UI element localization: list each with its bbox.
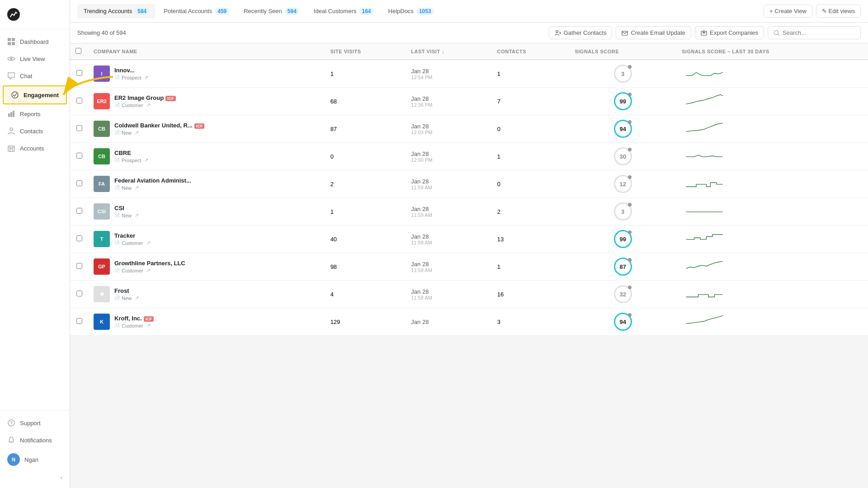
contacts-value: 1: [497, 263, 500, 270]
score-dot: [628, 175, 632, 179]
last-visit-date: Jan 28: [411, 178, 486, 185]
site-visits-value: 1: [330, 70, 334, 77]
last-visit-time: 12:54 PM: [411, 75, 486, 80]
site-visits-cell: 129: [325, 308, 406, 336]
company-name[interactable]: Frost: [114, 287, 139, 294]
company-name[interactable]: Tracker: [114, 232, 151, 239]
company-name[interactable]: Coldwell Banker United, R...ICF: [114, 122, 204, 129]
row-checkbox[interactable]: [76, 70, 82, 76]
company-name[interactable]: CBRE: [114, 150, 148, 156]
search-input[interactable]: [783, 29, 855, 36]
sidebar-item-chat[interactable]: Chat: [0, 67, 70, 84]
row-checkbox[interactable]: [76, 235, 82, 241]
row-checkbox-cell: [70, 170, 88, 198]
row-checkbox[interactable]: [76, 153, 82, 159]
sidebar-item-label: Notifications: [20, 437, 52, 444]
company-name[interactable]: Kroff, Inc.ICF: [114, 315, 154, 322]
company-name[interactable]: Growthline Partners, LLC: [114, 260, 185, 267]
company-tag[interactable]: 📄New↗: [114, 185, 139, 191]
company-tag[interactable]: 📄Customer↗: [114, 102, 151, 108]
sidebar-item-user[interactable]: N Ngan: [0, 449, 70, 470]
company-tag[interactable]: 📄Customer↗: [114, 240, 151, 246]
score-circle: 94: [614, 313, 632, 331]
svg-rect-12: [12, 147, 13, 148]
score-cell: 3: [569, 198, 676, 225]
company-logo: CSI: [94, 203, 110, 220]
row-checkbox-cell: [70, 143, 88, 170]
company-tag[interactable]: 📄New↗: [114, 130, 139, 136]
row-checkbox[interactable]: [76, 98, 82, 103]
eye-icon: [7, 55, 15, 63]
contacts-cell: 1: [492, 60, 570, 88]
row-checkbox[interactable]: [76, 208, 82, 214]
table-row: ❄ Frost 📄New↗ 4 Jan 28 11:58 AM 16: [70, 281, 868, 308]
sidebar-item-engagement[interactable]: Engagement: [3, 85, 67, 104]
row-checkbox[interactable]: [76, 125, 82, 131]
company-name[interactable]: ER2 Image GroupICF: [114, 94, 176, 101]
company-info: Federal Aviation Administ... 📄New↗: [114, 177, 191, 191]
score-cell: 99: [569, 88, 676, 115]
create-email-update-button[interactable]: Create Email Update: [616, 26, 691, 39]
company-logo: GP: [94, 258, 110, 275]
sidebar-item-live-view[interactable]: Live View: [0, 50, 70, 67]
last-visit-date: Jan 28: [411, 288, 486, 295]
company-name-cell: CSI CSI 📄New↗: [88, 198, 325, 225]
company-tag[interactable]: 📄Prospect↗: [114, 75, 148, 80]
company-tag[interactable]: 📄New↗: [114, 212, 139, 218]
company-name[interactable]: CSI: [114, 205, 139, 211]
chat-icon: [7, 72, 15, 80]
col-contacts[interactable]: CONTACTS: [492, 43, 570, 60]
table-row: FA Federal Aviation Administ... 📄New↗ 2 …: [70, 170, 868, 198]
row-checkbox[interactable]: [76, 263, 82, 269]
tab-ideal-customers[interactable]: Ideal Customers 164: [307, 4, 380, 19]
company-logo: CB: [94, 121, 110, 137]
company-tag[interactable]: 📄Prospect↗: [114, 157, 148, 163]
last-visit-time: 12:36 PM: [411, 102, 486, 108]
last-visit-cell: Jan 28 11:59 AM: [406, 198, 491, 225]
logo-area: [0, 0, 70, 29]
row-checkbox[interactable]: [76, 318, 82, 324]
col-last-visit[interactable]: LAST VISIT ↓: [406, 43, 491, 60]
col-signals-score-30[interactable]: SIGNALS SCORE – LAST 30 DAYS: [676, 43, 868, 60]
site-visits-value: 68: [330, 98, 337, 105]
create-view-button[interactable]: + Create View: [764, 5, 812, 18]
sidebar-item-dashboard[interactable]: Dashboard: [0, 33, 70, 50]
sidebar-item-reports[interactable]: Reports: [0, 105, 70, 122]
select-all-checkbox[interactable]: [75, 48, 81, 54]
tab-trending-accounts[interactable]: Trending Accounts 584: [77, 4, 156, 19]
sidebar-item-contacts[interactable]: Contacts: [0, 122, 70, 140]
tab-recently-seen[interactable]: Recently Seen 594: [237, 4, 306, 19]
gather-contacts-button[interactable]: Gather Contacts: [549, 26, 613, 39]
contacts-cell: 2: [492, 198, 570, 225]
company-tag[interactable]: 📄New↗: [114, 295, 139, 301]
company-name[interactable]: Federal Aviation Administ...: [114, 177, 191, 184]
sidebar-item-label: Ngan: [24, 456, 38, 463]
row-checkbox[interactable]: [76, 291, 82, 296]
row-checkbox-cell: [70, 281, 88, 308]
col-signals-score[interactable]: SIGNALS SCORE: [569, 43, 676, 60]
sidebar-item-support[interactable]: Support: [0, 414, 70, 432]
people-icon: [555, 30, 561, 36]
bell-icon: [7, 436, 15, 444]
sidebar-item-accounts[interactable]: Accounts: [0, 140, 70, 157]
svg-point-13: [8, 420, 14, 426]
row-checkbox-cell: [70, 253, 88, 281]
contacts-cell: 1: [492, 143, 570, 170]
tab-helpdocs[interactable]: HelpDocs 1053: [382, 4, 440, 19]
company-name[interactable]: Innov...: [114, 67, 148, 74]
company-name-cell: I Innov... 📄Prospect↗: [88, 60, 325, 88]
site-visits-value: 0: [330, 153, 334, 160]
mini-chart-cell: [676, 88, 868, 115]
company-tag[interactable]: 📄Customer↗: [114, 323, 151, 328]
score-cell: 87: [569, 253, 676, 281]
collapse-button[interactable]: ‹: [0, 470, 70, 484]
edit-views-button[interactable]: ✎ Edit views: [816, 5, 861, 18]
col-company-name[interactable]: COMPANY NAME: [88, 43, 325, 60]
col-site-visits[interactable]: SITE VISITS: [325, 43, 406, 60]
row-checkbox[interactable]: [76, 180, 82, 186]
tab-potential-accounts[interactable]: Potential Accounts 459: [157, 4, 236, 19]
sidebar-item-notifications[interactable]: Notifications: [0, 432, 70, 449]
export-companies-button[interactable]: Export Companies: [695, 26, 764, 39]
company-tag[interactable]: 📄Customer↗: [114, 267, 151, 273]
building-icon: [7, 144, 15, 152]
